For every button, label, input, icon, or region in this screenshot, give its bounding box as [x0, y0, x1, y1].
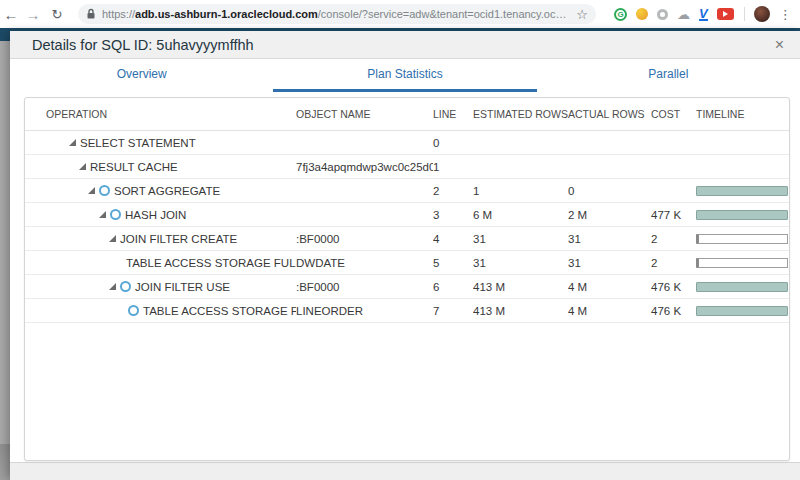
table-row[interactable]: SELECT STATEMENT 0: [25, 131, 789, 155]
table-header-row: OPERATION OBJECT NAME LINE ESTIMATED ROW…: [25, 98, 789, 131]
column-header-operation: OPERATION: [25, 108, 296, 120]
toolbar-divider: [744, 7, 745, 21]
close-icon[interactable]: ×: [775, 37, 784, 53]
grammarly-extension-icon[interactable]: G: [614, 8, 627, 21]
line-cell: 7: [433, 305, 473, 317]
dialog-body: OPERATION OBJECT NAME LINE ESTIMATED ROW…: [10, 92, 800, 462]
expand-collapse-icon[interactable]: [109, 283, 116, 290]
table-row[interactable]: TABLE ACCESS STORAGE FULL LINEORDER 7 41…: [25, 299, 789, 323]
actual-rows-cell: 31: [568, 233, 651, 245]
estimated-rows-cell: 1: [473, 185, 568, 197]
object-name-cell: :BF0000: [296, 281, 433, 293]
vimeo-extension-icon[interactable]: V: [699, 8, 708, 21]
browser-menu-icon[interactable]: ⋮: [779, 7, 792, 22]
timeline-bar: [696, 282, 788, 292]
profile-avatar[interactable]: [754, 6, 770, 22]
timeline-bar: [696, 186, 788, 196]
operation-label: TABLE ACCESS STORAGE FULL: [126, 257, 296, 269]
line-cell: 1: [433, 161, 473, 173]
page-background-edge: [0, 31, 10, 480]
column-header-estimated-rows: ESTIMATED ROWS: [473, 108, 568, 120]
line-cell: 4: [433, 233, 473, 245]
back-icon[interactable]: ←: [0, 6, 22, 23]
operation-label: JOIN FILTER USE: [135, 281, 230, 293]
table-row[interactable]: HASH JOIN 3 6 M 2 M 477 K: [25, 203, 789, 227]
object-name-cell: 7fj3a4apqmdwp3wc0c25d0zbt0: [296, 161, 433, 173]
dialog-footer: [10, 462, 800, 480]
dialog-header: Details for SQL ID: 5uhavyyymffhh ×: [10, 31, 800, 59]
estimated-rows-cell: 413 M: [473, 305, 568, 317]
expand-collapse-icon[interactable]: [69, 139, 76, 146]
operation-label: SORT AGGREGATE: [114, 185, 220, 197]
table-row[interactable]: JOIN FILTER CREATE :BF0000 4 31 31 2: [25, 227, 789, 251]
operation-label: TABLE ACCESS STORAGE FULL: [143, 305, 296, 317]
table-row[interactable]: TABLE ACCESS STORAGE FULL DWDATE 5 31 31…: [25, 251, 789, 275]
operation-label: RESULT CACHE: [90, 161, 178, 173]
table-row[interactable]: RESULT CACHE 7fj3a4apqmdwp3wc0c25d0zbt0 …: [25, 155, 789, 179]
url-text: https://adb.us-ashburn-1.oraclecloud.com…: [102, 8, 570, 20]
tab-plan-statistics[interactable]: Plan Statistics: [273, 59, 536, 92]
line-cell: 0: [433, 137, 473, 149]
operation-status-icon: [99, 185, 110, 196]
expand-collapse-icon[interactable]: [109, 235, 116, 242]
tab-overview[interactable]: Overview: [10, 59, 273, 92]
column-header-cost: COST: [651, 108, 696, 120]
tab-bar: Overview Plan Statistics Parallel: [10, 59, 800, 92]
estimated-rows-cell: 31: [473, 257, 568, 269]
object-name-cell: DWDATE: [296, 257, 433, 269]
cloud-extension-icon[interactable]: ☁: [677, 8, 690, 21]
actual-rows-cell: 0: [568, 185, 651, 197]
bookmark-star-icon[interactable]: ☆: [576, 7, 588, 22]
operation-label: HASH JOIN: [125, 209, 186, 221]
cost-cell: 476 K: [651, 281, 696, 293]
object-name-cell: LINEORDER: [296, 305, 433, 317]
screen: ← → ↻ https://adb.us-ashburn-1.oracleclo…: [0, 0, 800, 480]
estimated-rows-cell: 413 M: [473, 281, 568, 293]
table-row[interactable]: SORT AGGREGATE 2 1 0: [25, 179, 789, 203]
timeline-bar: [696, 306, 788, 316]
table-row[interactable]: JOIN FILTER USE :BF0000 6 413 M 4 M 476 …: [25, 275, 789, 299]
orange-extension-icon[interactable]: [636, 8, 648, 20]
cost-cell: 477 K: [651, 209, 696, 221]
timeline-bar: [696, 234, 788, 244]
timeline-cell: [696, 234, 789, 244]
line-cell: 3: [433, 209, 473, 221]
sql-details-dialog: Details for SQL ID: 5uhavyyymffhh × Over…: [10, 31, 800, 480]
line-cell: 2: [433, 185, 473, 197]
browser-toolbar: ← → ↻ https://adb.us-ashburn-1.oracleclo…: [0, 0, 800, 28]
operation-status-icon: [110, 209, 121, 220]
timeline-cell: [696, 210, 789, 220]
timeline-bar: [696, 210, 788, 220]
cost-cell: 2: [651, 233, 696, 245]
expand-collapse-icon[interactable]: [99, 211, 106, 218]
plan-statistics-table: OPERATION OBJECT NAME LINE ESTIMATED ROW…: [24, 97, 790, 461]
reload-icon[interactable]: ↻: [46, 7, 68, 22]
line-cell: 5: [433, 257, 473, 269]
cost-cell: 476 K: [651, 305, 696, 317]
actual-rows-cell: 31: [568, 257, 651, 269]
line-cell: 6: [433, 281, 473, 293]
column-header-object-name: OBJECT NAME: [296, 108, 433, 120]
timeline-cell: [696, 306, 789, 316]
estimated-rows-cell: 6 M: [473, 209, 568, 221]
timeline-cell: [696, 282, 789, 292]
actual-rows-cell: 4 M: [568, 281, 651, 293]
youtube-extension-icon[interactable]: [717, 8, 734, 20]
operation-label: SELECT STATEMENT: [80, 137, 196, 149]
url-domain: adb.us-ashburn-1.oraclecloud.com: [135, 8, 318, 20]
address-bar[interactable]: https://adb.us-ashburn-1.oraclecloud.com…: [78, 4, 596, 24]
gray-circle-extension-icon[interactable]: [657, 9, 668, 20]
actual-rows-cell: 2 M: [568, 209, 651, 221]
expand-collapse-icon[interactable]: [79, 163, 86, 170]
actual-rows-cell: 4 M: [568, 305, 651, 317]
tab-parallel[interactable]: Parallel: [537, 59, 800, 92]
url-path: /console/?service=adw&tenant=ocid1.tenan…: [318, 8, 571, 20]
operation-label: JOIN FILTER CREATE: [120, 233, 237, 245]
column-header-timeline: TIMELINE: [696, 108, 789, 120]
expand-collapse-icon[interactable]: [88, 187, 95, 194]
padlock-icon[interactable]: [86, 8, 96, 20]
timeline-bar: [696, 258, 788, 268]
column-header-actual-rows: ACTUAL ROWS: [568, 108, 651, 120]
column-header-line: LINE: [433, 108, 473, 120]
forward-icon[interactable]: →: [22, 6, 44, 23]
